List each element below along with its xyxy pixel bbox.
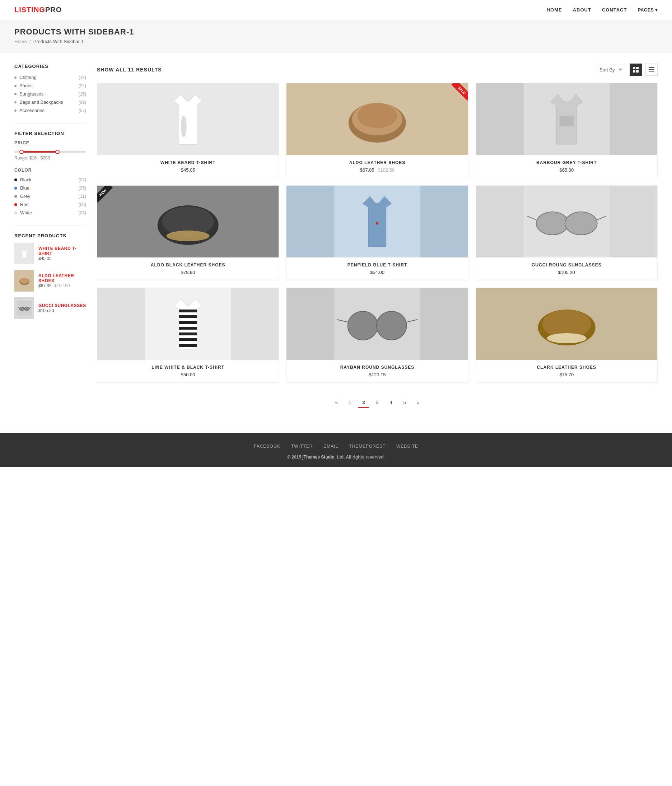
product-card[interactable]: RAYBAN ROUND SUNGLASSES $120.15 <box>286 288 468 383</box>
recent-product-name[interactable]: ALDO LEATHER SHOES <box>38 273 86 283</box>
product-price: $54.00 <box>292 270 463 275</box>
breadcrumb-home[interactable]: Home <box>14 39 27 44</box>
recent-item[interactable]: WHITE BEARD T-SHIRT $45.05 <box>14 243 86 264</box>
sort-select[interactable]: Sort By <box>595 64 626 75</box>
footer-link-facebook[interactable]: FACEBOOK <box>254 444 280 449</box>
nav-about[interactable]: ABOUT <box>573 7 591 13</box>
product-name: ALDO BLACK LEATHER SHOES <box>102 263 273 267</box>
pagination-next[interactable]: » <box>413 397 424 408</box>
pagination-page-3[interactable]: 3 <box>372 397 383 408</box>
pagination-page-1[interactable]: 1 <box>345 397 355 408</box>
footer-link-email[interactable]: EMAIL <box>323 444 338 449</box>
footer-link-website[interactable]: WEBSITE <box>396 444 418 449</box>
product-image: ● <box>286 185 468 258</box>
footer-copyright: © 2015 jThemes Studio. Ltd. All rights r… <box>0 454 672 460</box>
product-name: CLARK LEATHER SHOES <box>481 365 652 370</box>
nav-contact[interactable]: CONTACT <box>602 7 627 13</box>
footer-links: FACEBOOK TWITTER EMAIL THEMEFOREST WEBSI… <box>0 444 672 449</box>
footer-link-twitter[interactable]: TWITTER <box>291 444 312 449</box>
svg-rect-16 <box>648 71 655 72</box>
svg-point-28 <box>166 231 210 241</box>
new-badge <box>97 185 119 207</box>
bullet-icon <box>14 101 17 104</box>
pagination-prev[interactable]: « <box>331 397 342 408</box>
recent-product-price: $67.05 $102.50 <box>38 283 86 288</box>
color-count: (03) <box>79 211 86 215</box>
product-card[interactable]: ALDO LEATHER SHOES $67.05 $102.50 <box>286 83 468 178</box>
price-range-text: Range: $16 - $200 <box>14 156 86 160</box>
logo-listing: LISTING <box>14 6 45 14</box>
color-item-black[interactable]: Black (07) <box>14 176 86 184</box>
color-dot-grey <box>14 195 17 198</box>
nav-pages[interactable]: PAGES ▾ <box>637 7 658 13</box>
color-item-red[interactable]: Red (09) <box>14 200 86 209</box>
pagination-page-4[interactable]: 4 <box>386 397 396 408</box>
color-item-white[interactable]: White (03) <box>14 209 86 217</box>
product-name: GUCCI ROUNG SUNGLASSES <box>481 263 652 267</box>
product-card[interactable]: WHITE BEARD T-SHIRT $45.05 <box>97 83 279 178</box>
product-price: $75.70 <box>481 372 652 377</box>
product-name: BARBOUR GREY T-SHIRT <box>481 160 652 165</box>
color-filter: COLOR Black (07) Blue (05) <box>14 168 86 217</box>
footer-link-themeforest[interactable]: THEMEFOREST <box>349 444 386 449</box>
color-dot-black <box>14 178 17 181</box>
filter-title: FILTER SELECTION <box>14 131 86 136</box>
product-card[interactable]: CLARK LEATHER SHOES $75.70 <box>476 288 658 383</box>
recent-products-title: RECENT PRODUCTS <box>14 233 86 239</box>
product-price: $78.90 <box>102 270 273 275</box>
price-range-fill <box>22 151 57 152</box>
show-results-label: SHOW ALL 11 RESULTS <box>97 67 162 72</box>
pagination-page-5[interactable]: 5 <box>399 397 410 408</box>
category-item[interactable]: Shoes (22) <box>14 82 86 90</box>
svg-rect-13 <box>636 70 639 72</box>
product-card[interactable]: ALDO BLACK LEATHER SHOES $78.90 <box>97 185 279 280</box>
divider <box>14 225 86 226</box>
breadcrumb: Home / Products With Sidebar-1 <box>14 39 658 44</box>
color-dot-white <box>14 212 17 214</box>
product-price: $67.05 $102.50 <box>292 167 463 173</box>
svg-text:●: ● <box>375 219 380 226</box>
product-info: RAYBAN ROUND SUNGLASSES $120.15 <box>286 360 468 382</box>
recent-thumb <box>14 243 34 264</box>
svg-rect-10 <box>633 67 635 69</box>
recent-product-name[interactable]: WHITE BEARD T-SHIRT <box>38 246 86 256</box>
price-handle-left[interactable] <box>19 150 24 154</box>
product-card[interactable]: BARBOUR GREY T-SHIRT $65.00 <box>476 83 658 178</box>
product-info: ALDO LEATHER SHOES $67.05 $102.50 <box>286 155 468 178</box>
pagination-page-2[interactable]: 2 <box>358 397 369 408</box>
color-count: (07) <box>79 178 86 182</box>
category-name: Shoes <box>19 83 79 88</box>
price-handle-right[interactable] <box>55 150 60 154</box>
product-card[interactable]: GUCCI ROUNG SUNGLASSES $105.20 <box>476 185 658 280</box>
recent-product-price: $105.20 <box>38 308 86 313</box>
price-filter: PRICE Range: $16 - $200 <box>14 140 86 160</box>
svg-rect-24 <box>559 116 574 126</box>
product-info: PENFIELD BLUE T-SHIRT $54.00 <box>286 258 468 280</box>
recent-product-name[interactable]: GUCCI SUNGLASSES <box>38 303 86 308</box>
color-dot-blue <box>14 187 17 190</box>
color-item-grey[interactable]: Grey (11) <box>14 192 86 200</box>
product-image <box>97 288 279 360</box>
category-item[interactable]: Clothing (12) <box>14 73 86 82</box>
list-view-button[interactable] <box>645 64 658 76</box>
chevron-down-icon: ▾ <box>655 7 658 13</box>
navigation: LISTINGPRO HOME ABOUT CONTACT PAGES ▾ <box>0 0 672 20</box>
category-count: (15) <box>79 91 86 97</box>
nav-home[interactable]: HOME <box>547 7 562 13</box>
category-item[interactable]: Sunglasses (15) <box>14 90 86 98</box>
logo[interactable]: LISTINGPRO <box>14 6 62 14</box>
price-range-bar[interactable] <box>14 151 86 152</box>
category-count: (22) <box>79 83 86 88</box>
category-item[interactable]: Bags and Backpacks (09) <box>14 98 86 106</box>
product-info: LINE WHITE & BLACK T-SHIRT $50.00 <box>97 360 279 382</box>
svg-rect-11 <box>636 67 639 69</box>
color-item-blue[interactable]: Blue (05) <box>14 184 86 192</box>
recent-item[interactable]: GUCCI SUNGLASSES $105.20 <box>14 297 86 319</box>
recent-item[interactable]: ALDO LEATHER SHOES $67.05 $102.50 <box>14 270 86 292</box>
grid-view-button[interactable] <box>630 64 642 76</box>
product-card[interactable]: LINE WHITE & BLACK T-SHIRT $50.00 <box>97 288 279 383</box>
recent-product-price: $45.05 <box>38 256 86 261</box>
category-item[interactable]: Accessories (07) <box>14 106 86 115</box>
bullet-icon <box>14 110 17 112</box>
product-card[interactable]: ● PENFIELD BLUE T-SHIRT $54.00 <box>286 185 468 280</box>
